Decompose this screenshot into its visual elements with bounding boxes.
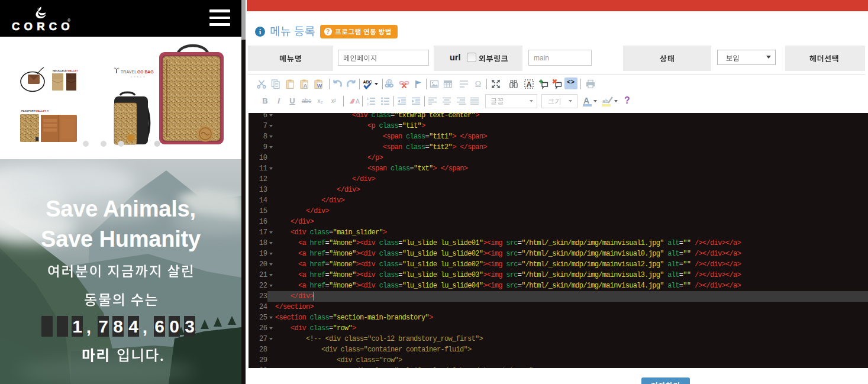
svg-text:2: 2 bbox=[367, 102, 369, 106]
svg-text:GO BAG: GO BAG bbox=[137, 70, 154, 74]
svg-text:C O R C O: C O R C O bbox=[131, 76, 145, 78]
svg-text:PASSPORT: PASSPORT bbox=[21, 109, 36, 112]
svg-text:A: A bbox=[304, 83, 308, 89]
svg-text:WALLET: WALLET bbox=[67, 69, 78, 72]
svg-text:1: 1 bbox=[367, 97, 369, 101]
svg-text:W: W bbox=[317, 83, 322, 89]
svg-text:Ω: Ω bbox=[475, 80, 481, 89]
svg-text:ABC: ABC bbox=[363, 80, 372, 84]
svg-text:A: A bbox=[526, 80, 531, 89]
svg-text:ab: ab bbox=[602, 98, 608, 104]
svg-text:NECKLACE: NECKLACE bbox=[53, 69, 67, 72]
svg-text:A: A bbox=[356, 98, 360, 105]
svg-text:TRAVEL: TRAVEL bbox=[121, 70, 137, 74]
svg-text:WALLET 7/: WALLET 7/ bbox=[36, 109, 49, 112]
